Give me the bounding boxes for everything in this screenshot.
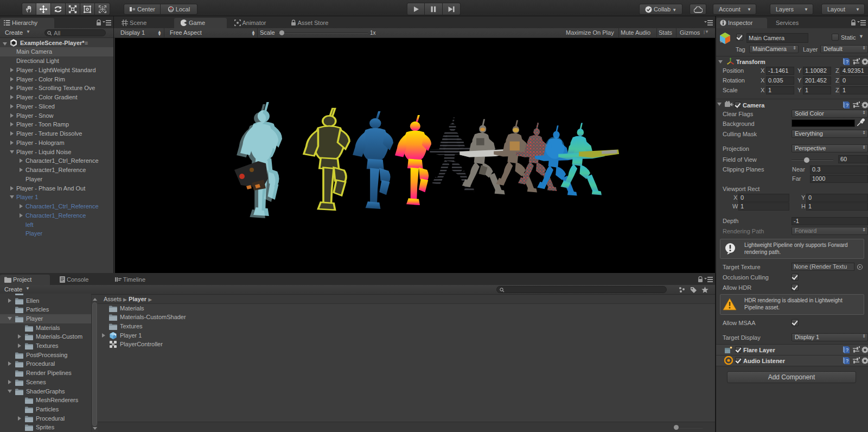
svg-text:?: ? <box>846 347 848 353</box>
svg-text:?: ? <box>846 103 848 108</box>
svg-text:?: ? <box>846 358 848 364</box>
svg-text:?: ? <box>846 59 848 65</box>
